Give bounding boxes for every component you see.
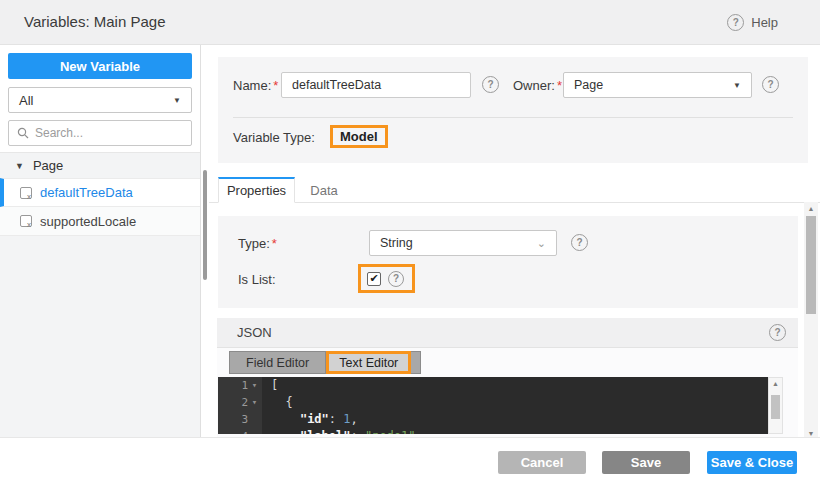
code-text: [	[262, 377, 278, 394]
json-help-icon[interactable]: ?	[769, 324, 786, 341]
scroll-up-icon[interactable]: ▲	[769, 380, 782, 387]
editor-mode-switch: Field Editor Text Editor	[229, 351, 421, 374]
cancel-button[interactable]: Cancel	[498, 451, 586, 474]
variable-filter-select[interactable]: All ▼	[8, 87, 192, 113]
content-scrollbar[interactable]: ▲ ▼	[804, 202, 818, 440]
dialog-footer: Cancel Save Save & Close	[0, 437, 820, 490]
line-number: 1	[241, 377, 248, 394]
tree-group-page[interactable]: ▼ Page	[0, 153, 200, 178]
required-asterisk: *	[272, 236, 277, 251]
search-icon	[17, 127, 29, 139]
dropdown-arrow-icon: ▼	[733, 81, 741, 90]
code-line: 2▾ {	[218, 394, 768, 411]
tab-bar: Properties Data	[209, 177, 820, 203]
owner-select[interactable]: Page ▼	[563, 72, 752, 98]
code-text: "label": "node1",	[262, 428, 423, 434]
line-number: 4	[241, 428, 248, 434]
scroll-up-icon[interactable]: ▲	[804, 205, 818, 212]
tree-item-supportedlocale[interactable]: x supportedLocale	[0, 207, 200, 236]
editor-switch-end-cap	[411, 351, 421, 374]
code-text: {	[262, 394, 293, 411]
dialog-header: Variables: Main Page ? Help	[0, 0, 820, 45]
owner-label: Owner:*	[513, 78, 562, 93]
fold-arrow-icon[interactable]: ▾	[250, 394, 259, 411]
model-variable-icon: x	[20, 215, 32, 227]
tree-group-label: Page	[33, 158, 63, 173]
json-panel-title: JSON	[237, 325, 272, 340]
owner-help-icon[interactable]: ?	[762, 76, 779, 93]
model-variable-icon: x	[20, 187, 32, 199]
json-code-editor[interactable]: 1▾ [ 2▾ { 3 "id": 1, 4 "label": "node1",	[218, 377, 768, 434]
is-list-help-icon[interactable]: ?	[388, 271, 404, 287]
page-title: Variables: Main Page	[24, 13, 165, 30]
is-list-annotation-box: ✔ ?	[358, 264, 415, 293]
dropdown-arrow-icon: ▼	[173, 96, 181, 105]
code-line: 1▾ [	[218, 377, 768, 394]
search-input[interactable]	[35, 126, 165, 140]
filter-selected-value: All	[19, 93, 33, 108]
sidebar-scrollbar-thumb[interactable]	[203, 170, 207, 280]
type-select[interactable]: String ⌄	[369, 230, 557, 256]
editor-scrollbar-thumb[interactable]	[771, 395, 780, 419]
tree-expand-icon: ▼	[15, 161, 24, 171]
form-divider	[233, 117, 793, 118]
save-button[interactable]: Save	[602, 451, 690, 474]
code-line: 4 "label": "node1",	[218, 428, 768, 434]
name-help-icon[interactable]: ?	[482, 76, 499, 93]
chevron-down-icon: ⌄	[537, 237, 546, 250]
tree-item-label: defaultTreeData	[40, 185, 133, 200]
new-variable-button[interactable]: New Variable	[8, 53, 192, 79]
type-label: Type:*	[238, 236, 277, 251]
tab-data[interactable]: Data	[296, 177, 352, 203]
editor-scrollbar[interactable]: ▲	[768, 377, 783, 434]
name-label: Name:*	[233, 78, 278, 93]
variables-tree: ▼ Page x defaultTreeData x supportedLoca…	[0, 152, 200, 437]
code-text: "id": 1,	[262, 411, 358, 428]
required-asterisk: *	[557, 78, 562, 93]
tree-item-label: supportedLocale	[40, 214, 136, 229]
code-line: 3 "id": 1,	[218, 411, 768, 428]
line-number: 3	[241, 411, 248, 428]
variable-search[interactable]	[8, 120, 192, 146]
is-list-label: Is List:	[238, 272, 276, 287]
save-and-close-button[interactable]: Save & Close	[707, 451, 797, 474]
help-button[interactable]: ? Help	[727, 14, 778, 31]
content-scrollbar-thumb[interactable]	[806, 216, 816, 314]
help-circle-icon: ?	[727, 14, 744, 31]
name-input[interactable]	[281, 72, 471, 98]
is-list-checkbox[interactable]: ✔	[367, 272, 381, 286]
json-panel-header: JSON ?	[217, 318, 798, 348]
field-editor-button[interactable]: Field Editor	[229, 351, 326, 374]
line-number: 2	[241, 394, 248, 411]
tab-properties[interactable]: Properties	[218, 177, 295, 203]
tree-item-defaulttreedata[interactable]: x defaultTreeData	[0, 178, 200, 207]
fold-arrow-icon[interactable]: ▾	[250, 377, 259, 394]
variable-type-label: Variable Type:	[233, 130, 315, 145]
variable-type-value-annotated: Model	[330, 125, 388, 148]
text-editor-button[interactable]: Text Editor	[326, 351, 411, 374]
type-help-icon[interactable]: ?	[571, 234, 588, 251]
type-selected-value: String	[380, 236, 413, 250]
owner-selected-value: Page	[574, 78, 603, 92]
help-label: Help	[751, 15, 778, 30]
scroll-down-icon[interactable]: ▼	[804, 430, 818, 437]
required-asterisk: *	[273, 78, 278, 93]
